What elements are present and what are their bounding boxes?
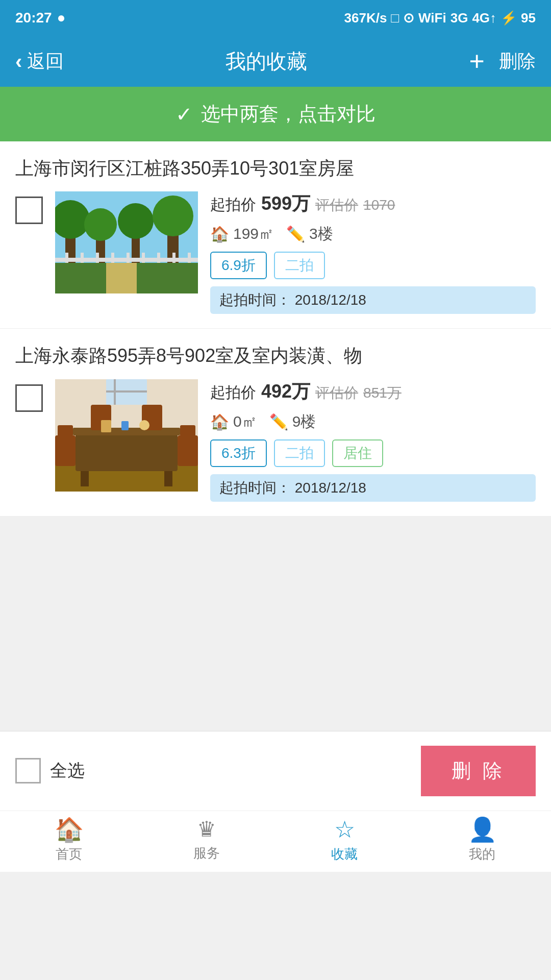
tag-discount-2: 6.3折 <box>210 439 267 467</box>
tab-bar: 🏠 首页 ♛ 服务 ☆ 收藏 👤 我的 <box>0 811 551 872</box>
floor-value-1: 3楼 <box>309 224 333 244</box>
estimate-label-2: 评估价 <box>315 383 358 403</box>
mine-tab-label: 我的 <box>469 845 495 863</box>
tag-auction-2: 二拍 <box>274 439 325 467</box>
start-price-value-1: 599万 <box>261 191 310 216</box>
floor-item-1: ✏️ 3楼 <box>286 224 333 244</box>
svg-rect-13 <box>96 253 99 263</box>
home-tab-label: 首页 <box>56 845 82 863</box>
pen-icon-2: ✏️ <box>269 413 288 431</box>
svg-rect-17 <box>157 253 160 263</box>
mine-tab-icon: 👤 <box>468 818 497 841</box>
property-info-2: 起拍价 492万 评估价 851万 🏠 0㎡ ✏️ 9楼 6. <box>210 379 536 502</box>
select-all-label: 全选 <box>50 759 85 782</box>
tag-auction-1: 二拍 <box>274 252 325 279</box>
select-all-checkbox[interactable] <box>15 758 41 783</box>
home-icon-1: 🏠 <box>210 225 229 243</box>
status-clock-icon: ⊙ <box>403 10 414 26</box>
delete-button-nav[interactable]: 删除 <box>499 49 536 74</box>
price-row-2: 起拍价 492万 评估价 851万 <box>210 379 536 404</box>
svg-rect-19 <box>188 253 191 263</box>
area-item-1: 🏠 199㎡ <box>210 224 274 244</box>
tag-type-2: 居住 <box>332 439 383 467</box>
svg-rect-29 <box>58 425 73 437</box>
tab-favorites[interactable]: ☆ 收藏 <box>306 818 383 863</box>
status-messenger-icon: ● <box>57 10 66 26</box>
svg-rect-33 <box>101 420 111 432</box>
page-title: 我的收藏 <box>226 47 307 76</box>
svg-point-9 <box>153 195 193 236</box>
checkbox-area-2[interactable] <box>15 379 43 412</box>
svg-rect-38 <box>106 390 147 393</box>
svg-point-5 <box>84 208 117 241</box>
svg-rect-18 <box>172 253 176 263</box>
status-right: 367K/s □ ⊙ WiFi 3G 4G↑ ⚡ 95 <box>344 10 536 26</box>
svg-point-35 <box>139 420 149 430</box>
compare-text: 选中两套，点击对比 <box>201 101 375 127</box>
area-value-1: 199㎡ <box>233 224 274 244</box>
svg-rect-14 <box>111 253 114 263</box>
svg-rect-23 <box>76 430 178 471</box>
svg-rect-28 <box>178 435 198 466</box>
home-tab-icon: 🏠 <box>55 818 84 841</box>
tab-service[interactable]: ♛ 服务 <box>168 819 245 862</box>
area-value-2: 0㎡ <box>233 411 257 432</box>
svg-rect-12 <box>81 253 84 263</box>
top-nav: ‹ 返回 我的收藏 + 删除 <box>0 36 551 87</box>
status-sim-icon: □ <box>391 10 399 26</box>
service-tab-label: 服务 <box>193 844 220 862</box>
start-price-label-2: 起拍价 <box>210 382 256 403</box>
add-button[interactable]: + <box>469 46 485 77</box>
property-list: 上海市闵行区江桩路350弄10号301室房屋 <box>0 141 551 517</box>
svg-rect-34 <box>121 421 129 430</box>
svg-rect-20 <box>106 263 137 293</box>
floor-value-2: 9楼 <box>292 411 316 432</box>
back-chevron-icon: ‹ <box>15 50 22 73</box>
detail-row-2: 🏠 0㎡ ✏️ 9楼 <box>210 411 536 432</box>
auction-time-1: 起拍时间： 2018/12/18 <box>210 286 536 314</box>
home-icon-2: 🏠 <box>210 413 229 431</box>
auction-time-label-1: 起拍时间： <box>219 292 291 308</box>
status-left: 20:27 ● <box>15 10 66 26</box>
service-tab-icon: ♛ <box>197 819 216 840</box>
favorites-tab-icon: ☆ <box>334 818 355 841</box>
bottom-action-bar: 全选 删 除 <box>0 731 551 811</box>
status-wifi-icon: WiFi <box>418 10 446 26</box>
estimate-label-1: 评估价 <box>315 195 358 215</box>
property-image-2 <box>55 379 198 492</box>
compare-banner[interactable]: ✓ 选中两套，点击对比 <box>0 87 551 141</box>
start-price-label-1: 起拍价 <box>210 194 256 215</box>
svg-rect-11 <box>65 253 68 263</box>
property-body-2: 起拍价 492万 评估价 851万 🏠 0㎡ ✏️ 9楼 6. <box>15 379 536 502</box>
property-checkbox-2[interactable] <box>15 384 43 412</box>
checkbox-area-1[interactable] <box>15 191 43 224</box>
area-item-2: 🏠 0㎡ <box>210 411 257 432</box>
status-time: 20:27 <box>15 10 52 26</box>
svg-rect-15 <box>127 253 130 263</box>
back-button[interactable]: ‹ 返回 <box>15 49 64 74</box>
svg-rect-16 <box>142 253 145 263</box>
tag-discount-1: 6.9折 <box>210 252 267 279</box>
floor-item-2: ✏️ 9楼 <box>269 411 316 432</box>
property-checkbox-1[interactable] <box>15 197 43 224</box>
tags-row-1: 6.9折 二拍 <box>210 252 536 279</box>
status-bolt-icon: ⚡ <box>500 10 517 26</box>
favorites-tab-label: 收藏 <box>331 845 358 863</box>
delete-button-bottom[interactable]: 删 除 <box>421 746 536 796</box>
back-label: 返回 <box>27 49 64 74</box>
tags-row-2: 6.3折 二拍 居住 <box>210 439 536 467</box>
svg-rect-26 <box>164 471 172 486</box>
tab-mine[interactable]: 👤 我的 <box>444 818 520 863</box>
price-row-1: 起拍价 599万 评估价 1070 <box>210 191 536 216</box>
auction-time-value-1: 2018/12/18 <box>295 292 366 308</box>
property-body-1: 起拍价 599万 评估价 1070 🏠 199㎡ ✏️ 3楼 <box>15 191 536 314</box>
pen-icon-1: ✏️ <box>286 225 305 243</box>
status-3g-icon: 3G <box>450 10 468 26</box>
property-item: 上海市闵行区江桩路350弄10号301室房屋 <box>0 141 551 329</box>
select-all-area[interactable]: 全选 <box>15 758 85 783</box>
auction-time-label-2: 起拍时间： <box>219 480 291 496</box>
svg-rect-27 <box>55 435 76 466</box>
tab-home[interactable]: 🏠 首页 <box>31 818 107 863</box>
property-image-1 <box>55 191 198 293</box>
property-title-1: 上海市闵行区江桩路350弄10号301室房屋 <box>15 156 536 181</box>
